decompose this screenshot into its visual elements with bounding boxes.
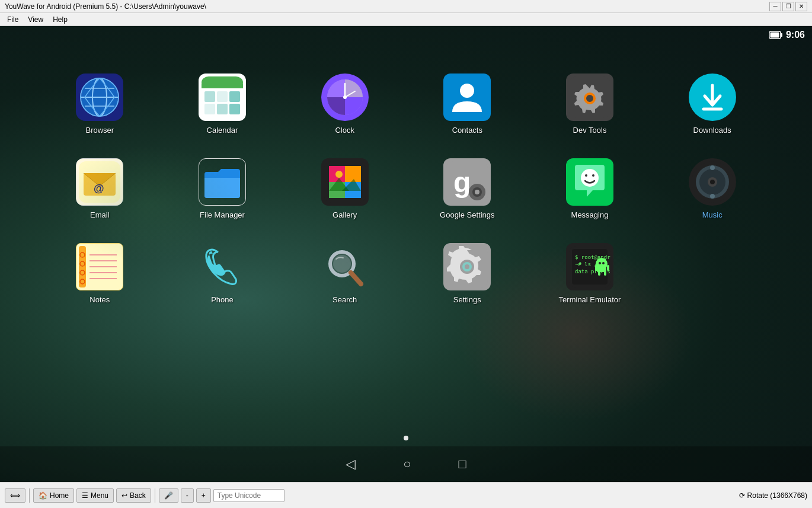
svg-point-60 [710,194,715,199]
phone-icon-img [199,243,246,290]
home-nav-button[interactable]: ○ [403,456,411,472]
svg-point-45 [475,190,479,194]
messaging-icon-img [566,158,613,206]
app-settings[interactable]: Settings [409,237,526,310]
svg-rect-88 [607,265,609,271]
home-button-label: Home [50,491,69,500]
separator-1 [29,488,30,503]
settings-label: Settings [453,295,481,304]
menu-button[interactable]: ☰ Menu [76,488,114,503]
notes-label: Notes [89,295,110,304]
messaging-label: Messaging [571,210,609,219]
status-bar: 9:06 [0,26,812,44]
svg-text:@: @ [94,183,104,194]
menu-button-label: Menu [91,491,108,500]
wifi-off-icon [756,30,767,40]
googlesettings-label: Google Settings [440,210,495,219]
app-clock[interactable]: Clock [286,68,403,140]
window-title: YouWave for Android (Premium 5.5) - C:\U… [5,2,206,11]
terminal-label: Terminal Emulator [559,295,621,304]
svg-rect-16 [217,104,228,114]
app-terminal[interactable]: $ root@android ~# ls / data proc sys [532,237,648,310]
music-label: Music [702,210,723,219]
svg-point-53 [592,174,594,177]
page-indicator [404,436,408,440]
app-notes[interactable]: Notes [41,237,158,310]
app-calendar[interactable]: Calendar [164,68,281,140]
notes-icon-img [76,243,123,290]
bottom-toolbar: ⟺ 🏠 Home ☰ Menu ↩ Back 🎤 - + ⟳ Rotate (1… [0,482,812,508]
svg-point-59 [710,165,715,170]
app-downloads[interactable]: Downloads [654,68,771,140]
home-button[interactable]: 🏠 Home [33,488,74,503]
calendar-icon [199,74,246,121]
devtools-icon-img [566,74,613,121]
browser-icon [76,74,123,121]
battery-icon [769,31,782,39]
separator-2 [155,488,155,503]
svg-point-91 [599,262,601,264]
nav-bar: ◁ ○ □ [0,446,812,482]
menu-help[interactable]: Help [48,14,72,25]
search-icon-img [321,243,369,290]
app-contacts[interactable]: Contacts [409,68,526,140]
gallery-label: Gallery [333,210,357,219]
phone-label: Phone [211,295,234,304]
clock-label: Clock [335,126,354,135]
svg-point-79 [465,264,469,269]
menu-file[interactable]: File [2,14,23,25]
email-icon-img: @ [76,158,123,206]
unicode-input[interactable] [213,489,284,502]
music-icon-img [689,158,736,206]
home-icon: 🏠 [39,491,47,500]
recents-nav-button[interactable]: □ [459,456,466,472]
page-dot-1 [404,436,408,440]
menu-bar: File View Help [0,13,812,26]
googlesettings-icon-img: g [443,158,491,206]
svg-point-51 [581,169,599,187]
mic-icon-button[interactable]: 🎤 [159,488,178,503]
title-bar: YouWave for Android (Premium 5.5) - C:\U… [0,0,812,13]
email-label: Email [90,210,110,219]
svg-rect-17 [229,104,240,114]
contacts-label: Contacts [452,126,482,135]
app-filemanager[interactable]: File Manager [164,152,281,225]
contacts-icon-img [443,74,491,121]
menu-view[interactable]: View [23,14,48,25]
svg-point-27 [586,95,593,102]
filemanager-icon-img [199,158,246,206]
devtools-label: Dev Tools [573,126,607,135]
app-search[interactable]: Search [286,237,403,310]
rotate-label[interactable]: ⟳ Rotate (1366X768) [739,491,807,500]
svg-point-58 [710,180,715,184]
app-grid: Browser Calendar [30,56,782,322]
app-browser[interactable]: Browser [41,68,158,140]
close-button[interactable]: ✕ [795,2,807,11]
terminal-icon-img: $ root@android ~# ls / data proc sys [566,243,613,290]
svg-rect-36 [345,166,361,182]
svg-point-40 [335,171,343,178]
back-icon: ↩ [122,491,127,500]
back-nav-button[interactable]: ◁ [346,456,356,472]
downloads-label: Downloads [693,126,731,135]
svg-rect-13 [217,91,228,102]
app-phone[interactable]: Phone [164,237,281,310]
svg-rect-86 [597,264,606,272]
app-messaging[interactable]: Messaging [532,152,648,225]
app-googlesettings[interactable]: g Google Settings [409,152,526,225]
app-email[interactable]: @ Email [41,152,158,225]
mic-plus-button[interactable]: + [196,488,211,503]
app-music[interactable]: Music [654,152,771,225]
minimize-button[interactable]: ─ [769,2,781,11]
back-button[interactable]: ↩ Back [116,488,151,503]
mic-minus-button[interactable]: - [181,488,194,503]
restore-button[interactable]: ❐ [782,2,794,11]
svg-rect-89 [598,271,600,276]
app-devtools[interactable]: Dev Tools [532,68,648,140]
svg-rect-87 [595,265,597,271]
svg-rect-90 [604,271,606,276]
app-gallery[interactable]: Gallery [286,152,403,225]
gallery-icon-img [321,158,369,206]
arrows-button[interactable]: ⟺ [5,488,25,503]
svg-point-92 [602,262,605,264]
